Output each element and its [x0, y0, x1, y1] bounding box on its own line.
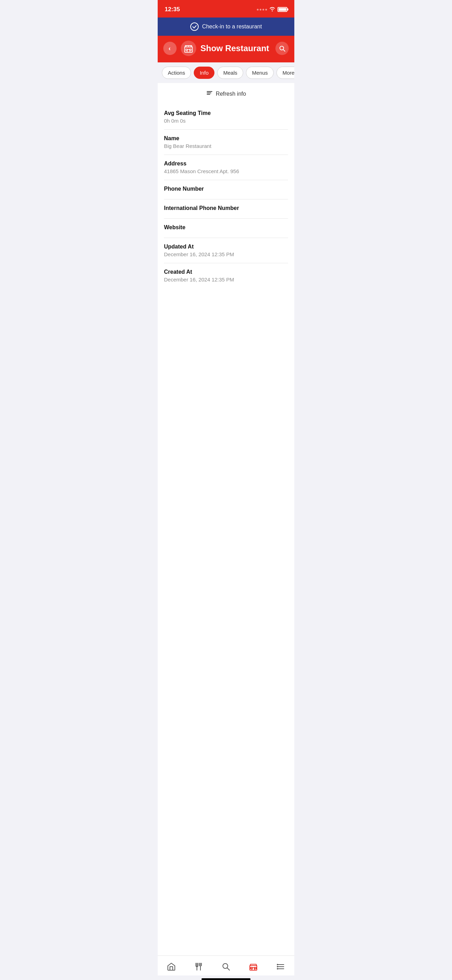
refresh-icon — [206, 89, 213, 98]
info-row-intl-phone: International Phone Number — [164, 199, 288, 219]
tab-more[interactable]: More — [277, 67, 294, 79]
info-row-updated-at: Updated At December 16, 2024 12:35 PM — [164, 238, 288, 263]
info-label-intl-phone: International Phone Number — [164, 205, 288, 212]
svg-rect-19 — [250, 967, 252, 969]
tab-actions[interactable]: Actions — [162, 67, 191, 79]
checkin-icon — [190, 22, 199, 31]
svg-point-25 — [277, 966, 278, 967]
status-bar: 12:35 — [158, 0, 294, 18]
tab-meals[interactable]: Meals — [217, 67, 243, 79]
tab-bar: Actions Info Meals Menus More — [158, 62, 294, 83]
signal-dot-3 — [263, 9, 264, 11]
battery-icon — [277, 7, 287, 12]
info-value-avg-seating: 0h 0m 0s — [164, 118, 288, 124]
svg-line-8 — [283, 50, 285, 51]
info-value-name: Big Bear Restaurant — [164, 143, 288, 149]
info-row-address: Address 41865 Mason Crescent Apt. 956 — [164, 155, 288, 180]
svg-rect-20 — [255, 967, 256, 969]
signal-dot-4 — [265, 9, 267, 11]
info-label-website: Website — [164, 224, 288, 231]
info-value-created-at: December 16, 2024 12:35 PM — [164, 277, 288, 283]
signal-dots — [257, 9, 267, 11]
info-label-name: Name — [164, 135, 288, 142]
info-section: Avg Seating Time 0h 0m 0s Name Big Bear … — [158, 105, 294, 288]
info-value-updated-at: December 16, 2024 12:35 PM — [164, 251, 288, 257]
svg-point-7 — [280, 46, 284, 50]
content-area: Refresh info Avg Seating Time 0h 0m 0s N… — [158, 83, 294, 956]
page-title: Show Restaurant — [201, 43, 271, 53]
back-button[interactable]: ‹ — [163, 42, 177, 55]
home-indicator — [202, 978, 250, 980]
svg-point-24 — [277, 964, 278, 965]
back-chevron-icon: ‹ — [169, 45, 170, 52]
info-row-website: Website — [164, 219, 288, 238]
search-button[interactable] — [275, 42, 289, 55]
signal-dot-1 — [257, 9, 259, 11]
nav-restaurant[interactable] — [245, 961, 262, 973]
signal-dot-2 — [259, 9, 261, 11]
status-time: 12:35 — [165, 6, 180, 13]
info-row-avg-seating: Avg Seating Time 0h 0m 0s — [164, 105, 288, 130]
info-row-phone: Phone Number — [164, 180, 288, 199]
tab-menus[interactable]: Menus — [246, 67, 274, 79]
info-label-phone: Phone Number — [164, 186, 288, 192]
nav-dining[interactable] — [190, 961, 207, 973]
checkin-text: Check-in to a restaurant — [202, 24, 262, 30]
nav-list[interactable] — [272, 961, 290, 973]
refresh-label: Refresh info — [216, 91, 246, 97]
svg-point-26 — [277, 969, 278, 969]
info-row-name: Name Big Bear Restaurant — [164, 130, 288, 155]
info-label-updated-at: Updated At — [164, 243, 288, 250]
svg-line-16 — [228, 968, 230, 970]
header: ‹ Show Restaurant — [158, 36, 294, 62]
bottom-nav — [158, 956, 294, 975]
refresh-info-button[interactable]: Refresh info — [158, 83, 294, 105]
info-label-created-at: Created At — [164, 269, 288, 275]
nav-search[interactable] — [217, 961, 235, 973]
info-row-created-at: Created At December 16, 2024 12:35 PM — [164, 263, 288, 288]
battery-fill — [279, 8, 286, 11]
tab-info[interactable]: Info — [194, 67, 215, 79]
wifi-icon — [269, 7, 275, 13]
info-label-address: Address — [164, 161, 288, 167]
status-icons — [257, 7, 287, 13]
nav-home[interactable] — [162, 961, 180, 973]
info-label-avg-seating: Avg Seating Time — [164, 110, 288, 116]
checkin-banner[interactable]: Check-in to a restaurant — [158, 18, 294, 36]
restaurant-store-icon — [181, 41, 196, 56]
info-value-address: 41865 Mason Crescent Apt. 956 — [164, 168, 288, 174]
